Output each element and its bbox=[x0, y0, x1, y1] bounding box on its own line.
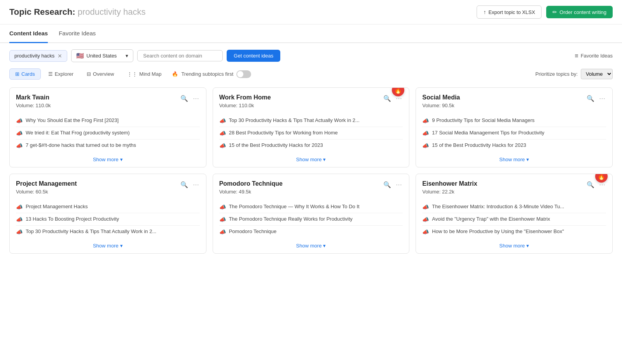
prioritize-select[interactable]: Volume bbox=[581, 69, 613, 79]
card-footer: Show more ▾ bbox=[416, 238, 612, 253]
tabs-row: Content Ideas Favorite Ideas bbox=[0, 24, 622, 43]
card-footer: Show more ▾ bbox=[10, 152, 206, 167]
megaphone-icon: 📣 bbox=[16, 130, 23, 136]
card-title-block: Eisenhower Matrix Volume: 22.2k bbox=[422, 180, 586, 195]
card-more-button[interactable]: ⋯ bbox=[598, 94, 606, 103]
favorite-ideas-link[interactable]: ≡ Favorite Ideas bbox=[575, 52, 613, 59]
card-search-button[interactable]: 🔍 bbox=[586, 94, 595, 103]
cards-view-button[interactable]: ⊞ Cards bbox=[9, 68, 41, 80]
show-more-button[interactable]: Show more ▾ bbox=[499, 243, 529, 249]
card-search-button[interactable]: 🔍 bbox=[586, 180, 595, 189]
card-header: Pomodoro Technique Volume: 49.5k 🔍 ⋯ bbox=[213, 174, 409, 198]
card-item-text: 9 Productivity Tips for Social Media Man… bbox=[432, 117, 535, 123]
megaphone-icon: 📣 bbox=[422, 204, 429, 210]
domain-search-input[interactable] bbox=[137, 50, 223, 61]
card-title: Social Media bbox=[422, 94, 586, 101]
card-eisenhower-matrix: 🔥 Eisenhower Matrix Volume: 22.2k 🔍 ⋯ 📣 … bbox=[416, 174, 613, 254]
get-content-ideas-button[interactable]: Get content ideas bbox=[227, 50, 280, 62]
export-button[interactable]: ↑ Export topic to XLSX bbox=[477, 5, 542, 19]
country-flag: 🇺🇸 bbox=[76, 52, 84, 59]
card-body: 📣 Why You Should Eat the Frog First [202… bbox=[10, 111, 206, 152]
trending-label: Trending subtopics first bbox=[181, 71, 233, 77]
card-item: 📣 7 get-$#!t-done hacks that turned out … bbox=[16, 139, 200, 152]
card-more-button[interactable]: ⋯ bbox=[395, 180, 403, 189]
show-more-label: Show more bbox=[296, 243, 322, 249]
card-item-text: 7 get-$#!t-done hacks that turned out to… bbox=[26, 142, 136, 148]
country-label: United States bbox=[86, 53, 117, 59]
card-header: Mark Twain Volume: 110.0k 🔍 ⋯ bbox=[10, 88, 206, 111]
order-button[interactable]: ✏ Order content writing bbox=[546, 6, 613, 18]
chevron-down-icon: ▾ bbox=[120, 243, 123, 249]
card-volume: Volume: 90.5k bbox=[422, 103, 586, 108]
card-volume: Volume: 110.0k bbox=[219, 103, 383, 108]
overview-view-button[interactable]: ⊟ Overview bbox=[81, 68, 120, 80]
card-item-text: The Eisenhower Matrix: Introduction & 3-… bbox=[432, 204, 564, 209]
card-search-button[interactable]: 🔍 bbox=[383, 94, 392, 103]
show-more-button[interactable]: Show more ▾ bbox=[499, 157, 529, 162]
country-select[interactable]: 🇺🇸 United States ▾ bbox=[71, 49, 133, 62]
card-body: 📣 Top 30 Productivity Hacks & Tips That … bbox=[213, 111, 409, 152]
overview-label: Overview bbox=[93, 71, 114, 77]
keyword-tag: productivity hacks ✕ bbox=[9, 50, 67, 62]
card-item-text: Why You Should Eat the Frog First [2023] bbox=[26, 117, 119, 123]
card-footer: Show more ▾ bbox=[416, 152, 612, 167]
show-more-label: Show more bbox=[499, 243, 525, 249]
show-more-button[interactable]: Show more ▾ bbox=[93, 243, 123, 249]
tab-favorite-ideas[interactable]: Favorite Ideas bbox=[59, 24, 96, 43]
toggle-knob bbox=[237, 71, 243, 77]
trending-toggle-switch[interactable] bbox=[236, 70, 251, 78]
megaphone-icon: 📣 bbox=[219, 143, 226, 149]
card-search-button[interactable]: 🔍 bbox=[180, 180, 189, 189]
card-item: 📣 Pomodoro Technique bbox=[219, 225, 403, 238]
card-work-from-home: 🔥 Work From Home Volume: 110.0k 🔍 ⋯ 📣 To… bbox=[213, 87, 410, 167]
card-search-button[interactable]: 🔍 bbox=[180, 94, 189, 103]
megaphone-icon: 📣 bbox=[16, 204, 23, 210]
card-item: 📣 How to be More Productive by Using the… bbox=[422, 225, 606, 238]
keyword-remove-button[interactable]: ✕ bbox=[58, 53, 62, 59]
megaphone-icon: 📣 bbox=[422, 216, 429, 223]
cards-label: Cards bbox=[21, 71, 35, 77]
megaphone-icon: 📣 bbox=[16, 216, 23, 223]
card-item-text: Project Management Hacks bbox=[26, 204, 88, 209]
tab-content-ideas[interactable]: Content Ideas bbox=[9, 24, 48, 43]
card-search-button[interactable]: 🔍 bbox=[383, 180, 392, 189]
card-body: 📣 Project Management Hacks 📣 13 Hacks To… bbox=[10, 198, 206, 238]
show-more-button[interactable]: Show more ▾ bbox=[296, 243, 326, 249]
show-more-button[interactable]: Show more ▾ bbox=[93, 157, 123, 162]
show-more-label: Show more bbox=[499, 157, 525, 162]
megaphone-icon: 📣 bbox=[16, 118, 23, 124]
show-more-label: Show more bbox=[296, 157, 322, 162]
pencil-icon: ✏ bbox=[552, 9, 557, 15]
megaphone-icon: 📣 bbox=[422, 143, 429, 149]
card-footer: Show more ▾ bbox=[213, 152, 409, 167]
show-more-label: Show more bbox=[93, 157, 119, 162]
megaphone-icon: 📣 bbox=[422, 229, 429, 235]
show-more-button[interactable]: Show more ▾ bbox=[296, 157, 326, 162]
card-body: 📣 The Pomodoro Technique — Why It Works … bbox=[213, 198, 409, 238]
fire-icon: 🔥 bbox=[172, 71, 178, 77]
card-header-actions: 🔍 ⋯ bbox=[586, 94, 606, 103]
title-prefix: Topic Research: bbox=[9, 7, 78, 17]
card-item: 📣 28 Best Productivity Tips for Working … bbox=[219, 127, 403, 139]
card-more-button[interactable]: ⋯ bbox=[192, 94, 200, 103]
card-title-block: Work From Home Volume: 110.0k bbox=[219, 94, 383, 108]
top-actions: ↑ Export topic to XLSX ✏ Order content w… bbox=[477, 5, 613, 19]
mindmap-view-button[interactable]: ⋮⋮ Mind Map bbox=[121, 68, 167, 80]
card-item: 📣 We tried it: Eat That Frog (productivi… bbox=[16, 127, 200, 139]
chevron-down-icon: ▾ bbox=[120, 157, 123, 162]
card-title: Project Management bbox=[16, 180, 180, 187]
megaphone-icon: 📣 bbox=[422, 118, 429, 124]
card-item-text: 13 Hacks To Boosting Project Productivit… bbox=[26, 216, 119, 222]
card-item-text: 15 of the Best Productivity Hacks for 20… bbox=[229, 142, 323, 148]
top-bar: Topic Research: productivity hacks ↑ Exp… bbox=[0, 0, 622, 24]
card-more-button[interactable]: ⋯ bbox=[192, 180, 200, 189]
explorer-view-button[interactable]: ☰ Explorer bbox=[42, 68, 79, 80]
card-header: Social Media Volume: 90.5k 🔍 ⋯ bbox=[416, 88, 612, 111]
title-keyword: productivity hacks bbox=[78, 7, 146, 17]
cards-grid: Mark Twain Volume: 110.0k 🔍 ⋯ 📣 Why You … bbox=[0, 84, 622, 263]
mindmap-label: Mind Map bbox=[139, 71, 161, 77]
megaphone-icon: 📣 bbox=[16, 229, 23, 235]
card-item: 📣 The Eisenhower Matrix: Introduction & … bbox=[422, 201, 606, 213]
card-header: Work From Home Volume: 110.0k 🔍 ⋯ bbox=[213, 88, 409, 111]
cards-icon: ⊞ bbox=[15, 71, 19, 77]
